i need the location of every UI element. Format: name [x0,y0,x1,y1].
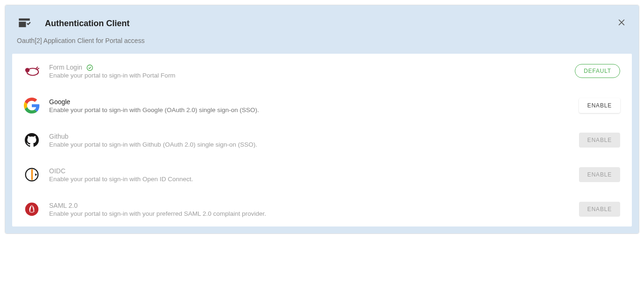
check-icon [86,64,94,71]
provider-item-oidc: OIDC Enable your portal to sign-in with … [12,157,632,192]
main-container: Authentication Client Oauth[2] Applicati… [5,5,639,234]
panel-header: Authentication Client [12,12,632,37]
github-icon [24,132,40,148]
provider-item-google: Google Enable your portal to sign-in wit… [12,88,632,123]
google-icon [24,98,40,113]
auth-client-icon [18,17,31,30]
svg-rect-1 [19,22,26,28]
svg-rect-0 [19,19,29,21]
provider-content: Form Login Enable your portal to sign-in… [49,64,565,79]
saml-icon [24,201,40,217]
default-badge: DEFAULT [575,64,620,78]
provider-list: Form Login Enable your portal to sign-in… [12,54,632,226]
provider-content: SAML 2.0 Enable your portal to sign-in w… [49,202,570,217]
svg-point-3 [25,68,29,72]
enable-button-google[interactable]: ENABLE [579,98,620,113]
provider-item-form-login: Form Login Enable your portal to sign-in… [12,54,632,88]
provider-title: Google [49,98,570,106]
provider-content: Google Enable your portal to sign-in wit… [49,98,570,113]
svg-point-7 [25,203,38,216]
panel-subtitle: Oauth[2] Application Client for Portal a… [12,37,632,54]
provider-item-saml: SAML 2.0 Enable your portal to sign-in w… [12,192,632,226]
oidc-icon [24,167,40,183]
svg-point-4 [87,65,93,71]
form-login-icon [24,63,40,79]
enable-button-saml: ENABLE [579,202,620,217]
provider-content: OIDC Enable your portal to sign-in with … [49,167,570,183]
provider-title: SAML 2.0 [49,202,570,209]
provider-desc: Enable your portal to sign-in with Googl… [49,106,570,113]
provider-item-github: Github Enable your portal to sign-in wit… [12,123,632,157]
provider-content: Github Enable your portal to sign-in wit… [49,133,570,148]
provider-desc: Enable your portal to sign-in with Githu… [49,141,570,148]
svg-rect-6 [31,169,33,180]
auth-panel: Authentication Client Oauth[2] Applicati… [5,5,639,233]
provider-title: OIDC [49,167,570,175]
provider-title: Github [49,133,570,140]
provider-title: Form Login [49,64,82,71]
provider-desc: Enable your portal to sign-in with Porta… [49,72,565,79]
enable-button-github: ENABLE [579,133,620,148]
provider-desc: Enable your portal to sign-in with your … [49,210,570,217]
provider-desc: Enable your portal to sign-in with Open … [49,176,570,183]
title-row: Form Login [49,64,565,72]
panel-title: Authentication Client [45,19,130,28]
close-button[interactable] [616,17,627,28]
enable-button-oidc: ENABLE [579,167,620,182]
